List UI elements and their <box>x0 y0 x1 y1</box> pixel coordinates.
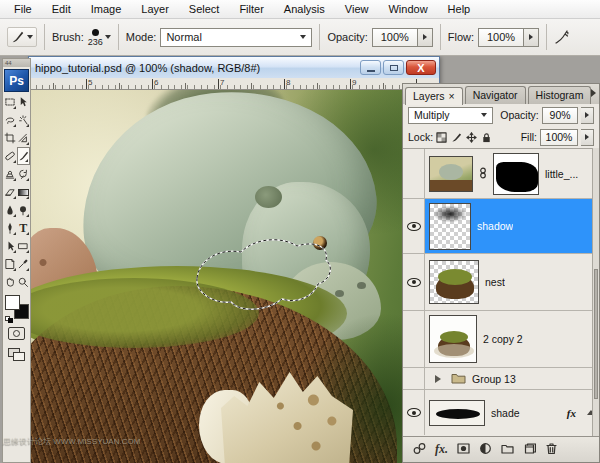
layer-thumbnail[interactable] <box>429 315 477 363</box>
delete-layer-button[interactable] <box>545 442 558 457</box>
lock-all-icon[interactable] <box>481 132 492 143</box>
zoom-tool[interactable] <box>17 273 31 291</box>
layer-thumbnail[interactable] <box>429 260 479 304</box>
layer-row-shade[interactable]: shade fx <box>403 390 599 435</box>
add-layer-mask-button[interactable] <box>457 442 470 457</box>
brush-tool[interactable] <box>17 147 31 165</box>
blur-tool[interactable] <box>3 201 17 219</box>
foreground-color-swatch[interactable] <box>5 295 20 310</box>
menu-window[interactable]: Window <box>378 1 437 18</box>
screen-mode-button[interactable] <box>8 348 25 361</box>
eyedropper-tool[interactable] <box>17 255 31 273</box>
layer-opacity-slider-button[interactable] <box>581 107 594 124</box>
hand-tool[interactable] <box>3 273 17 291</box>
visibility-toggle[interactable] <box>403 199 425 253</box>
add-layer-style-button[interactable]: fx. <box>435 442 448 457</box>
eraser-tool[interactable] <box>3 183 17 201</box>
lasso-tool[interactable] <box>3 111 17 129</box>
layer-row-group13[interactable]: Group 13 <box>403 368 599 390</box>
shape-tool[interactable] <box>17 237 31 255</box>
new-layer-button[interactable] <box>523 442 536 457</box>
type-tool[interactable]: T <box>17 219 31 237</box>
gradient-tool[interactable] <box>17 183 31 201</box>
layer-mask-thumbnail[interactable] <box>493 153 539 195</box>
layer-row-nest[interactable]: nest <box>403 254 599 311</box>
visibility-toggle[interactable] <box>403 149 425 198</box>
document-titlebar[interactable]: hippo_tutorial.psd @ 100% (shadow, RGB/8… <box>29 57 439 78</box>
clone-stamp-tool[interactable] <box>3 165 17 183</box>
layer-blend-mode-select[interactable]: Multiply <box>408 107 493 124</box>
pen-tool[interactable] <box>3 219 17 237</box>
new-adjustment-layer-button[interactable] <box>479 442 492 457</box>
layer-name[interactable]: little_... <box>545 168 578 180</box>
layer-opacity-input[interactable]: 90% <box>542 107 579 124</box>
opacity-slider-button[interactable] <box>418 28 433 47</box>
crop-tool[interactable] <box>3 129 17 147</box>
tab-navigator[interactable]: Navigator <box>465 86 526 104</box>
link-layers-button[interactable] <box>413 442 426 457</box>
tool-preset-picker[interactable] <box>7 27 37 47</box>
layer-name[interactable]: Group 13 <box>472 373 516 385</box>
visibility-toggle[interactable] <box>403 390 425 435</box>
menu-filter[interactable]: Filter <box>229 1 273 18</box>
dodge-tool[interactable] <box>17 201 31 219</box>
tab-histogram[interactable]: Histogram <box>528 86 592 104</box>
menu-help[interactable]: Help <box>438 1 481 18</box>
tab-layers[interactable]: Layers × <box>405 87 463 105</box>
notes-tool[interactable] <box>3 255 17 273</box>
menu-image[interactable]: Image <box>81 1 132 18</box>
close-button[interactable]: X <box>406 60 436 75</box>
minimize-button[interactable] <box>360 60 381 75</box>
layer-name[interactable]: shadow <box>477 220 513 232</box>
layer-name[interactable]: shade <box>491 407 520 419</box>
layer-thumbnail[interactable] <box>429 203 471 250</box>
airbrush-icon[interactable] <box>554 29 570 45</box>
rectangular-marquee-tool[interactable] <box>3 93 17 111</box>
maximize-button[interactable] <box>383 60 404 75</box>
tab-close-icon[interactable]: × <box>449 90 455 102</box>
path-selection-tool[interactable] <box>3 237 17 255</box>
healing-brush-tool[interactable] <box>3 147 17 165</box>
brush-preset-preview[interactable]: 236 <box>88 28 103 47</box>
layer-fill-input[interactable]: 100% <box>540 129 578 146</box>
layer-thumbnail[interactable] <box>429 156 473 192</box>
visibility-toggle[interactable] <box>403 311 425 367</box>
panel-menu-icon[interactable] <box>591 89 596 97</box>
slice-tool[interactable] <box>17 129 31 147</box>
layer-name[interactable]: 2 copy 2 <box>483 333 523 345</box>
menu-select[interactable]: Select <box>179 1 230 18</box>
brush-picker-arrow[interactable] <box>105 35 111 39</box>
blend-mode-select[interactable]: Normal <box>160 28 312 47</box>
flow-input[interactable]: 100% <box>478 28 524 47</box>
opacity-input[interactable]: 100% <box>372 28 418 47</box>
image-canvas[interactable] <box>29 90 439 463</box>
group-expand-icon[interactable] <box>435 375 441 383</box>
layers-scrollbar[interactable] <box>592 148 599 436</box>
menu-view[interactable]: View <box>335 1 379 18</box>
layer-name[interactable]: nest <box>485 276 505 288</box>
menu-edit[interactable]: Edit <box>42 1 81 18</box>
lock-paint-icon[interactable] <box>451 132 462 143</box>
layer-row-2copy2[interactable]: 2 copy 2 <box>403 311 599 368</box>
menu-layer[interactable]: Layer <box>131 1 179 18</box>
quick-mask-button[interactable] <box>8 327 25 340</box>
mask-link-icon[interactable] <box>479 167 487 181</box>
visibility-toggle[interactable] <box>403 368 425 389</box>
flow-slider-button[interactable] <box>524 28 539 47</box>
layer-row-little[interactable]: little_... <box>403 149 599 199</box>
move-tool[interactable] <box>17 93 31 111</box>
menu-analysis[interactable]: Analysis <box>274 1 335 18</box>
tools-palette-titlebar[interactable]: 44 <box>3 59 30 67</box>
layer-row-shadow[interactable]: shadow <box>403 199 599 254</box>
layer-thumbnail[interactable] <box>429 400 485 426</box>
visibility-toggle[interactable] <box>403 254 425 310</box>
new-group-button[interactable] <box>501 442 514 457</box>
lock-position-icon[interactable] <box>466 132 477 143</box>
layer-fill-slider-button[interactable] <box>581 129 594 146</box>
scrollbar-thumb[interactable] <box>594 269 598 399</box>
layer-effects-badge[interactable]: fx <box>567 407 576 419</box>
lock-transparency-icon[interactable] <box>436 132 447 143</box>
magic-wand-tool[interactable] <box>17 111 31 129</box>
menu-file[interactable]: File <box>4 1 42 18</box>
history-brush-tool[interactable] <box>17 165 31 183</box>
